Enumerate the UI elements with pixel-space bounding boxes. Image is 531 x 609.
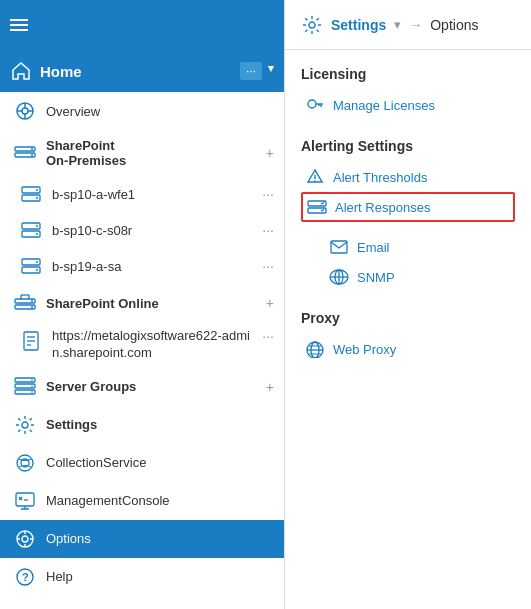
svg-point-9 bbox=[31, 154, 33, 156]
metalogix-url-ellipsis-button[interactable]: ··· bbox=[262, 328, 274, 344]
sidebar-item-label-sharepoint-onpremises: SharePointOn-Premises bbox=[46, 138, 256, 168]
alert-thresholds-item[interactable]: Alert Thresholds bbox=[301, 162, 515, 192]
sharepoint-online-add-button[interactable]: + bbox=[266, 295, 274, 311]
overview-icon bbox=[14, 100, 36, 122]
sidebar-item-help[interactable]: ? Help bbox=[0, 558, 284, 596]
proxy-section-title: Proxy bbox=[301, 310, 515, 326]
sidebar-item-home[interactable]: Home ··· ▾ bbox=[0, 50, 284, 92]
home-icon bbox=[10, 60, 32, 82]
sidebar-item-label-server-groups: Server Groups bbox=[46, 379, 256, 394]
sidebar-item-label-b-sp19-a-sa: b-sp19-a-sa bbox=[52, 259, 252, 274]
sidebar-item-label-options: Options bbox=[46, 531, 274, 546]
sidebar-item-label-settings: Settings bbox=[46, 417, 274, 432]
sidebar-content: Home ··· ▾ Overview bbox=[0, 50, 284, 609]
sidebar-item-b-sp10-c-s08r[interactable]: b-sp10-c-s08r ··· bbox=[0, 212, 284, 248]
server-groups-add-button[interactable]: + bbox=[266, 379, 274, 395]
svg-point-1 bbox=[22, 108, 28, 114]
home-label: Home bbox=[40, 63, 82, 80]
svg-point-39 bbox=[22, 422, 28, 428]
svg-rect-61 bbox=[331, 241, 347, 253]
sidebar-item-collection-service[interactable]: CollectionService bbox=[0, 444, 284, 482]
server-icon-3 bbox=[20, 255, 42, 277]
sidebar-item-b-sp19-a-sa[interactable]: b-sp19-a-sa ··· bbox=[0, 248, 284, 284]
web-proxy-item[interactable]: Web Proxy bbox=[301, 334, 515, 364]
right-header-dropdown-icon[interactable]: ▾ bbox=[394, 17, 401, 32]
sidebar-item-management-console[interactable]: ManagementConsole bbox=[0, 482, 284, 520]
home-actions: ··· ▾ bbox=[240, 62, 274, 80]
email-icon bbox=[329, 237, 349, 257]
key-icon bbox=[305, 95, 325, 115]
sidebar: Home ··· ▾ Overview bbox=[0, 0, 285, 609]
snmp-item[interactable]: SNMP bbox=[301, 262, 515, 292]
svg-point-40 bbox=[17, 455, 33, 471]
svg-point-12 bbox=[36, 189, 38, 191]
sidebar-item-overview[interactable]: Overview bbox=[0, 92, 284, 130]
alerting-section: Alerting Settings Alert Thresholds bbox=[301, 138, 515, 222]
alert-responses-icon bbox=[307, 197, 327, 217]
svg-point-21 bbox=[36, 269, 38, 271]
sidebar-item-label-collection-service: CollectionService bbox=[46, 455, 274, 470]
alert-thresholds-label: Alert Thresholds bbox=[333, 170, 427, 185]
svg-point-36 bbox=[31, 379, 33, 381]
hamburger-menu-icon[interactable] bbox=[10, 19, 28, 31]
options-icon bbox=[14, 528, 36, 550]
svg-point-53 bbox=[308, 100, 316, 108]
svg-point-17 bbox=[36, 233, 38, 235]
b-sp10-a-wfe1-ellipsis-button[interactable]: ··· bbox=[262, 186, 274, 202]
alert-thresholds-icon bbox=[305, 167, 325, 187]
svg-point-8 bbox=[31, 148, 33, 150]
sidebar-item-sharepoint-online[interactable]: SharePoint Online + bbox=[0, 284, 284, 322]
right-panel: Settings ▾ → Options Licensing Manage Li… bbox=[285, 0, 531, 609]
sharepoint-onpremises-add-button[interactable]: + bbox=[266, 145, 274, 161]
proxy-section: Proxy Web Proxy bbox=[301, 310, 515, 364]
sidebar-item-label-help: Help bbox=[46, 569, 274, 584]
server-icon-1 bbox=[20, 183, 42, 205]
right-header-settings-label: Settings bbox=[331, 17, 386, 33]
web-proxy-icon bbox=[305, 339, 325, 359]
management-console-icon bbox=[14, 490, 36, 512]
sidebar-item-sharepoint-onpremises[interactable]: SharePointOn-Premises + bbox=[0, 130, 284, 176]
sidebar-item-settings[interactable]: Settings bbox=[0, 406, 284, 444]
home-ellipsis-button[interactable]: ··· bbox=[240, 62, 262, 80]
licensing-section-title: Licensing bbox=[301, 66, 515, 82]
svg-point-20 bbox=[36, 261, 38, 263]
web-proxy-label: Web Proxy bbox=[333, 342, 396, 357]
right-header-options-label: Options bbox=[430, 17, 478, 33]
sidebar-item-options[interactable]: Options bbox=[0, 520, 284, 558]
svg-text:?: ? bbox=[22, 571, 29, 583]
snmp-icon bbox=[329, 267, 349, 287]
email-label: Email bbox=[357, 240, 390, 255]
sidebar-item-label-management-console: ManagementConsole bbox=[46, 493, 274, 508]
snmp-label: SNMP bbox=[357, 270, 395, 285]
sharepoint-online-icon bbox=[14, 292, 36, 314]
manage-licenses-item[interactable]: Manage Licenses bbox=[301, 90, 515, 120]
home-chevron-icon[interactable]: ▾ bbox=[268, 62, 274, 80]
sharepoint-page-icon bbox=[20, 330, 42, 352]
settings-icon bbox=[14, 414, 36, 436]
sidebar-header bbox=[0, 0, 284, 50]
server-groups-icon bbox=[14, 376, 36, 398]
svg-point-37 bbox=[31, 385, 33, 387]
sidebar-item-label-sharepoint-online: SharePoint Online bbox=[46, 296, 256, 311]
sidebar-item-label-metalogix-url: https://metalogixsoftware622-admin.share… bbox=[52, 328, 252, 362]
manage-licenses-label: Manage Licenses bbox=[333, 98, 435, 113]
sidebar-item-server-groups[interactable]: Server Groups + bbox=[0, 368, 284, 406]
alert-responses-label: Alert Responses bbox=[335, 200, 430, 215]
b-sp10-c-s08r-ellipsis-button[interactable]: ··· bbox=[262, 222, 274, 238]
svg-point-38 bbox=[31, 391, 33, 393]
settings-header-icon bbox=[301, 14, 323, 36]
sidebar-item-b-sp10-a-wfe1[interactable]: b-sp10-a-wfe1 ··· bbox=[0, 176, 284, 212]
right-panel-content: Licensing Manage Licenses Alerting Setti… bbox=[285, 50, 531, 609]
email-item[interactable]: Email bbox=[301, 232, 515, 262]
help-icon: ? bbox=[14, 566, 36, 588]
right-header: Settings ▾ → Options bbox=[285, 0, 531, 50]
svg-point-52 bbox=[309, 22, 315, 28]
svg-point-58 bbox=[314, 180, 316, 182]
sidebar-item-label-b-sp10-c-s08r: b-sp10-c-s08r bbox=[52, 223, 252, 238]
alert-responses-item[interactable]: Alert Responses bbox=[301, 192, 515, 222]
right-header-arrow: → bbox=[409, 17, 422, 32]
b-sp19-a-sa-ellipsis-button[interactable]: ··· bbox=[262, 258, 274, 274]
sidebar-item-metalogix-url[interactable]: https://metalogixsoftware622-admin.share… bbox=[0, 322, 284, 368]
svg-point-25 bbox=[31, 306, 33, 308]
licensing-section: Licensing Manage Licenses bbox=[301, 66, 515, 120]
